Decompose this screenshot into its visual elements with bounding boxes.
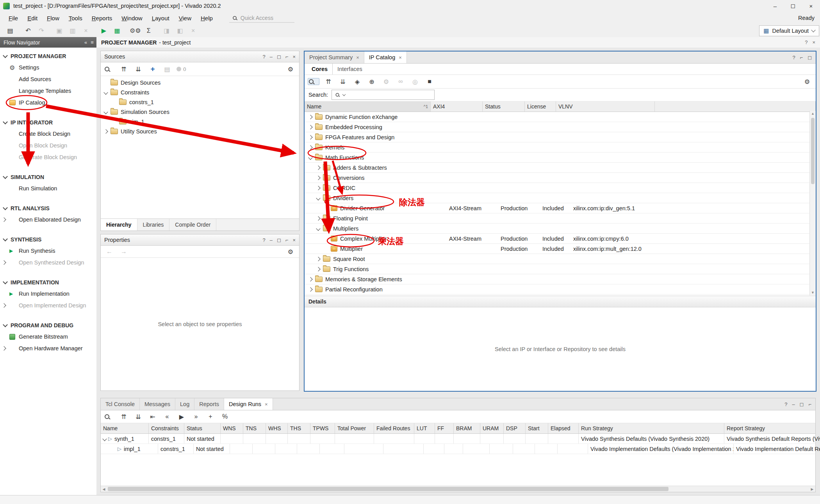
expand-chevron-icon[interactable] xyxy=(103,90,108,94)
ip-catalog-row[interactable]: Conversions xyxy=(305,173,816,183)
close-tab-icon[interactable]: × xyxy=(265,401,268,407)
expand-chevron-icon[interactable] xyxy=(308,135,312,139)
flow-section-header[interactable]: PROGRAM AND DEBUG xyxy=(0,320,96,331)
flow-navigator-item[interactable]: Open Implemented Design xyxy=(0,300,96,311)
quick-access-search[interactable]: Quick Access xyxy=(229,14,294,23)
run-icon[interactable]: ▶ xyxy=(176,412,187,422)
undo-icon[interactable]: ↶ xyxy=(23,26,34,35)
settings-gear-icon[interactable]: ⚙ xyxy=(130,26,141,35)
link-icon[interactable]: ∞ xyxy=(395,77,406,87)
ip-catalog-row[interactable]: Multiplier Production Included xilinx.co… xyxy=(305,244,816,254)
float-icon[interactable]: ⌐ xyxy=(285,54,289,60)
results-tab[interactable]: Design Runs × xyxy=(224,398,273,410)
menu-item[interactable]: Reports xyxy=(87,13,117,23)
ip-catalog-row[interactable]: Trig Functions xyxy=(305,264,816,274)
flow-navigator-item[interactable]: Open Synthesized Design xyxy=(0,257,96,268)
minimize-icon[interactable]: – xyxy=(792,401,795,407)
menu-item[interactable]: Help xyxy=(196,13,217,23)
minimize-icon[interactable]: – xyxy=(270,54,273,60)
source-tree-item[interactable]: Design Sources xyxy=(101,78,299,87)
menu-item[interactable]: Window xyxy=(117,13,147,23)
column-header[interactable]: Run Strategy xyxy=(579,423,724,433)
column-header[interactable]: DSP xyxy=(504,423,526,433)
vertical-scrollbar[interactable]: ▲ ▼ xyxy=(809,111,816,295)
abort-icon[interactable]: × xyxy=(188,26,199,35)
properties-panel-header[interactable]: Properties ?–◻⌐× xyxy=(101,234,299,246)
expand-chevron-icon[interactable] xyxy=(102,437,107,441)
expand-chevron-icon[interactable] xyxy=(316,186,320,190)
maximize-icon[interactable]: ◻ xyxy=(277,237,281,243)
ip-catalog-row[interactable]: Square Root xyxy=(305,254,816,264)
collapse-all-icon[interactable]: ⇈ xyxy=(118,412,129,422)
horizontal-scrollbar[interactable]: ◀ ▶ xyxy=(101,486,815,492)
forward-icon[interactable]: → xyxy=(118,247,129,257)
ip-catalog-row[interactable]: Multipliers xyxy=(305,224,816,234)
scroll-left-icon[interactable]: ◀ xyxy=(101,487,107,491)
expand-chevron-icon[interactable] xyxy=(316,196,320,200)
column-header-status[interactable]: Status xyxy=(483,101,525,112)
collapse-all-icon[interactable]: ⇈ xyxy=(323,77,334,87)
help-icon[interactable]: ? xyxy=(784,401,787,407)
run-icon[interactable]: ▶ xyxy=(98,26,109,35)
expand-chevron-icon[interactable] xyxy=(308,145,312,149)
ip-catalog-row[interactable]: Memories & Storage Elements xyxy=(305,274,816,284)
help-icon[interactable]: ? xyxy=(263,54,266,60)
stop-icon[interactable]: ■ xyxy=(424,77,435,87)
column-header[interactable]: Total Power xyxy=(335,423,374,433)
edit-icon[interactable]: ◧ xyxy=(175,26,185,35)
flow-section-header[interactable]: SYNTHESIS xyxy=(0,234,96,245)
expand-chevron-icon[interactable] xyxy=(316,267,320,271)
open-file-icon[interactable]: ▤ xyxy=(162,64,173,74)
scroll-up-icon[interactable]: ▲ xyxy=(811,111,815,116)
menu-item[interactable]: File xyxy=(4,13,23,23)
source-tree-item[interactable]: constrs_1 xyxy=(101,97,299,107)
ip-catalog-subtab[interactable]: Cores xyxy=(307,64,332,75)
expand-chevron-icon[interactable] xyxy=(316,176,320,180)
back-icon[interactable]: ← xyxy=(104,247,115,257)
flow-navigator-item[interactable]: Open Block Design xyxy=(0,140,96,151)
ip-catalog-row[interactable]: Complex Multiplier AXI4-Stream Productio… xyxy=(305,234,816,244)
results-tab[interactable]: Reports × xyxy=(194,398,224,410)
flow-navigator-item[interactable]: Settings xyxy=(0,62,96,73)
expand-chevron-icon[interactable] xyxy=(308,155,312,160)
scroll-right-icon[interactable]: ▶ xyxy=(809,487,815,491)
ip-catalog-row[interactable]: Dividers xyxy=(305,193,816,203)
search-icon[interactable] xyxy=(308,78,319,85)
column-header[interactable]: WNS xyxy=(221,423,243,433)
results-tab[interactable]: Log × xyxy=(175,398,194,410)
help-icon[interactable]: ? xyxy=(263,237,266,243)
expand-chevron-icon[interactable] xyxy=(316,165,320,170)
minimize-icon[interactable]: – xyxy=(270,237,273,243)
flow-navigator-item[interactable]: Add Sources xyxy=(0,73,96,85)
column-header[interactable]: Failed Routes xyxy=(374,423,414,433)
redo-icon[interactable]: ↷ xyxy=(36,26,47,35)
flow-navigator-item[interactable]: Generate Bitstream xyxy=(0,331,96,343)
float-icon[interactable]: ⌐ xyxy=(285,237,289,243)
expand-chevron-icon[interactable] xyxy=(316,216,320,220)
column-header[interactable]: TNS xyxy=(243,423,266,433)
column-header[interactable]: Constraints xyxy=(149,423,184,433)
column-header[interactable]: TPWS xyxy=(310,423,335,433)
expand-chevron-icon[interactable] xyxy=(308,287,312,291)
expand-chevron-icon[interactable] xyxy=(316,226,320,231)
column-header[interactable]: Report Strategy xyxy=(724,423,820,433)
search-icon[interactable] xyxy=(104,413,115,420)
source-tree-item[interactable]: Simulation Sources xyxy=(101,107,299,117)
sum-icon[interactable]: Σ xyxy=(143,26,154,35)
flow-navigator-item[interactable]: Create Block Design xyxy=(0,128,96,140)
source-tree-item[interactable]: Utility Sources xyxy=(101,126,299,136)
cut-icon[interactable]: ◨ xyxy=(161,26,172,35)
flow-navigator-item[interactable]: Open Hardware Manager xyxy=(0,343,96,354)
close-tab-icon[interactable]: × xyxy=(356,55,359,60)
step-back-icon[interactable]: « xyxy=(162,412,173,422)
flow-navigator-item[interactable]: Run Synthesis xyxy=(0,245,96,257)
collapse-icon[interactable]: « xyxy=(84,39,87,45)
sources-view-tab[interactable]: Libraries xyxy=(137,219,170,231)
design-run-row[interactable]: ▷ synth_1 constrs_1 Not started Vivado S… xyxy=(101,434,815,444)
expand-all-icon[interactable]: ⇊ xyxy=(133,64,144,74)
add-repository-icon[interactable]: ⊕ xyxy=(366,77,377,87)
ip-catalog-row[interactable]: Embedded Processing xyxy=(305,122,816,132)
menu-item[interactable]: Edit xyxy=(23,13,42,23)
ip-catalog-row[interactable]: CORDIC xyxy=(305,183,816,193)
document-tab[interactable]: Project Summary × xyxy=(305,51,364,63)
